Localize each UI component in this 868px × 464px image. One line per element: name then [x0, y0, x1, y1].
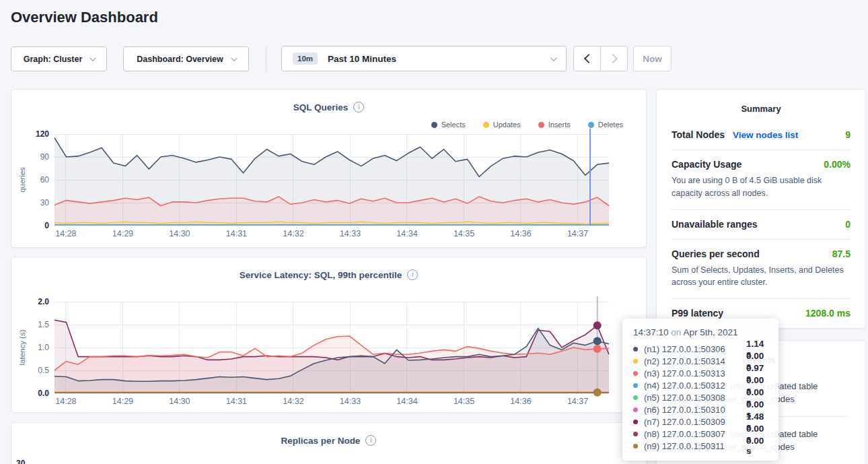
- svg-text:14:29: 14:29: [112, 229, 133, 238]
- tooltip-timestamp: 14:37:10 on Apr 5th, 2021: [633, 327, 768, 337]
- node-address: (n3) 127.0.0.1:50313: [644, 368, 746, 378]
- svg-text:14:36: 14:36: [510, 229, 531, 238]
- svg-text:14:36: 14:36: [510, 397, 531, 406]
- svg-text:queries: queries: [18, 167, 26, 193]
- svg-text:1.5: 1.5: [38, 320, 49, 329]
- svg-text:14:33: 14:33: [340, 397, 361, 406]
- summary-row: Queries per second87.5Sum of Selects, Up…: [672, 240, 851, 299]
- time-range-label: Past 10 Minutes: [328, 54, 396, 64]
- summary-description: You are using 0 B of 4.5 GiB usable disk…: [672, 174, 851, 200]
- chart-tooltip: 14:37:10 on Apr 5th, 2021 (n1) 127.0.0.1…: [622, 319, 779, 461]
- summary-label: Unavailable ranges: [672, 219, 758, 230]
- dashboard-dropdown[interactable]: Dashboard: Overview: [123, 46, 249, 71]
- summary-row: Capacity Usage0.00%You are using 0 B of …: [672, 150, 851, 209]
- summary-label: Capacity Usage: [672, 159, 742, 170]
- graph-dropdown-label: Graph: Cluster: [24, 55, 83, 64]
- summary-value: 87.5: [832, 248, 851, 259]
- overview-dashboard-page: Overview Dashboard Graph: Cluster Dashbo…: [0, 0, 868, 464]
- service-latency-chart[interactable]: 0.00.51.01.52.014:2814:2914:3014:3114:32…: [11, 295, 645, 411]
- summary-label: P99 latency: [672, 308, 723, 319]
- svg-text:14:33: 14:33: [340, 229, 361, 238]
- time-range-selector[interactable]: 10m Past 10 Minutes: [281, 46, 567, 71]
- svg-text:0.0: 0.0: [38, 389, 49, 398]
- graph-dropdown[interactable]: Graph: Cluster: [11, 46, 107, 71]
- svg-text:14:37: 14:37: [567, 397, 588, 406]
- svg-text:14:37: 14:37: [567, 229, 588, 238]
- node-address: (n7) 127.0.0.1:50309: [644, 417, 746, 427]
- summary-value: 0: [845, 219, 851, 230]
- summary-value: 1208.0 ms: [805, 308, 851, 319]
- svg-text:14:34: 14:34: [396, 229, 417, 238]
- node-color-dot: [633, 407, 638, 412]
- page-title: Overview Dashboard: [11, 9, 158, 26]
- node-address: (n4) 127.0.0.1:50312: [644, 380, 746, 391]
- summary-row: Unavailable ranges0: [672, 210, 851, 239]
- svg-text:14:28: 14:28: [55, 397, 76, 406]
- svg-text:0: 0: [44, 221, 49, 230]
- sql-queries-chart[interactable]: 030609012014:2814:2914:3014:3114:3214:33…: [11, 127, 645, 243]
- info-icon[interactable]: i: [407, 269, 418, 280]
- node-address: (n8) 127.0.0.1:50307: [644, 429, 746, 439]
- node-address: (n5) 127.0.0.1:50308: [644, 393, 746, 403]
- tooltip-node-row: (n9) 127.0.0.1:503110.00 s: [633, 440, 768, 452]
- svg-text:14:30: 14:30: [169, 397, 190, 406]
- node-color-dot: [633, 420, 638, 424]
- summary-description: Sum of Selects, Updates, Inserts, and De…: [672, 264, 851, 290]
- node-color-dot: [633, 432, 638, 436]
- chevron-down-icon: [89, 55, 96, 61]
- svg-text:14:30: 14:30: [169, 229, 190, 238]
- replicas-per-node-card: Replicas per Node i: [11, 422, 647, 464]
- chevron-right-icon: [608, 54, 617, 63]
- view-nodes-list-link[interactable]: View nodes list: [733, 130, 798, 140]
- svg-text:14:35: 14:35: [454, 397, 474, 406]
- service-latency-card: Service Latency: SQL, 99th percentile i …: [11, 257, 647, 413]
- svg-text:2.0: 2.0: [38, 297, 49, 306]
- summary-panel: Summary Total NodesView nodes list9Capac…: [656, 89, 866, 329]
- svg-text:latency (s): latency (s): [18, 329, 26, 365]
- summary-value: 0.00%: [824, 159, 851, 170]
- svg-text:14:32: 14:32: [283, 229, 303, 238]
- node-color-dot: [633, 444, 638, 449]
- prev-range-button[interactable]: [573, 46, 601, 71]
- time-range-badge: 10m: [293, 53, 318, 65]
- svg-text:60: 60: [40, 175, 50, 185]
- node-color-dot: [633, 395, 638, 400]
- node-address: (n9) 127.0.0.1:50311: [644, 441, 746, 451]
- node-address: (n2) 127.0.0.1:50314: [644, 356, 746, 366]
- svg-text:14:35: 14:35: [454, 229, 474, 238]
- dashboard-dropdown-label: Dashboard: Overview: [137, 55, 223, 64]
- svg-text:14:28: 14:28: [55, 229, 76, 238]
- replicas-chart-ytick: 30: [16, 459, 25, 464]
- svg-text:14:32: 14:32: [283, 397, 303, 406]
- chart-title: Replicas per Node: [281, 436, 361, 446]
- chevron-down-icon: [231, 55, 238, 61]
- summary-title: Summary: [657, 90, 865, 114]
- next-range-button[interactable]: [600, 46, 628, 71]
- svg-text:0.5: 0.5: [38, 366, 49, 375]
- svg-text:14:34: 14:34: [396, 397, 417, 406]
- svg-text:14:31: 14:31: [226, 229, 247, 238]
- node-latency-value: 0.00 s: [746, 436, 768, 456]
- node-color-dot: [633, 347, 638, 352]
- now-button[interactable]: Now: [633, 46, 672, 71]
- svg-text:30: 30: [40, 198, 50, 207]
- svg-text:120: 120: [36, 129, 49, 139]
- chevron-down-icon: [550, 55, 557, 61]
- info-icon[interactable]: i: [365, 435, 376, 446]
- summary-label: Queries per second: [672, 248, 760, 259]
- node-color-dot: [633, 371, 638, 376]
- svg-text:90: 90: [40, 152, 50, 162]
- node-color-dot: [633, 383, 638, 388]
- info-icon[interactable]: i: [353, 102, 364, 112]
- svg-text:1.0: 1.0: [38, 343, 49, 352]
- toolbar-divider: [266, 46, 266, 71]
- summary-value: 9: [845, 129, 851, 140]
- svg-text:14:29: 14:29: [112, 397, 133, 406]
- summary-label: Total Nodes: [672, 129, 725, 140]
- sql-queries-card: SQL Queries i SelectsUpdatesInsertsDelet…: [11, 89, 647, 248]
- svg-text:14:31: 14:31: [226, 397, 247, 406]
- node-address: (n6) 127.0.0.1:50310: [644, 405, 746, 415]
- node-address: (n1) 127.0.0.1:50306: [644, 344, 746, 354]
- chart-title: SQL Queries: [293, 102, 349, 112]
- node-color-dot: [633, 359, 638, 364]
